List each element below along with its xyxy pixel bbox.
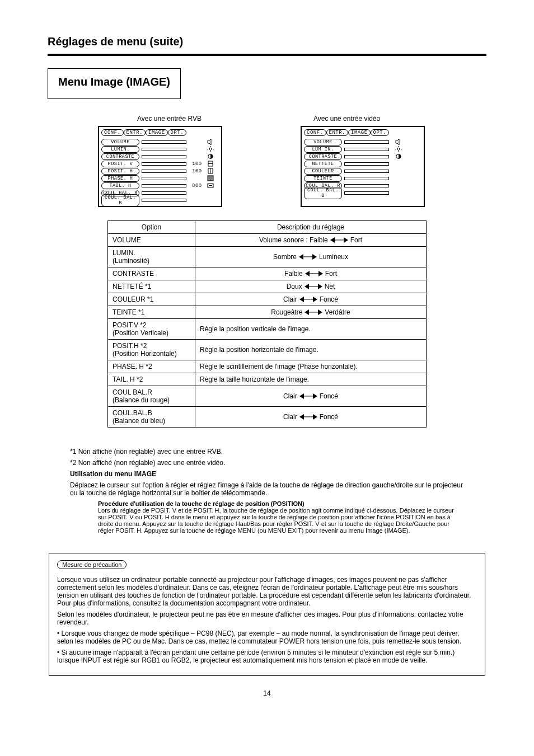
double-arrow-icon [305, 271, 323, 276]
table-cell-desc: Volume sonore : FaibleFort [195, 234, 427, 247]
contrast-icon [395, 153, 402, 159]
table-cell-option: COUL BAL.R(Balance du rouge) [108, 386, 195, 407]
settings-table: Option Description du réglage VOLUMEVolu… [107, 220, 427, 428]
osd-row-label: LUMIN. [101, 146, 139, 153]
caution-bullet-1: • Lorsque vous changez de mode spécifiqu… [57, 630, 477, 645]
table-cell-desc: ClairFoncé [195, 407, 427, 428]
table-row: LUMIN.(Luminosité)SombreLumineux [108, 247, 427, 267]
caption-right: Avec une entrée vidéo [313, 115, 380, 123]
osd-row: LUM IN. [304, 145, 421, 153]
osd-tab: CONF. [304, 129, 326, 136]
menu-label: Menu Image (IMAGE) [48, 68, 181, 99]
osd-row: POSIT. H100 [101, 167, 219, 175]
svg-point-0 [209, 148, 212, 151]
table-row: TAIL. H *2Règle la taille horizontale de… [108, 373, 427, 386]
osd-tab: IMAGE [146, 129, 168, 136]
sun-icon [207, 146, 214, 152]
menu-note-lead: Déplacez le curseur sur l'option à régle… [70, 481, 464, 497]
table-cell-desc: SombreLumineux [195, 247, 427, 267]
double-arrow-icon [299, 254, 317, 260]
caution-box: Mesure de précaution Lorsque vous utilis… [49, 553, 485, 676]
table-cell-desc: ClairFoncé [195, 293, 427, 306]
table-cell-option: TAIL. H *2 [108, 373, 195, 386]
osd-row: VOLUME [101, 138, 219, 145]
caution-pill: Mesure de précaution [57, 560, 127, 569]
double-arrow-icon [299, 297, 317, 302]
table-row: COUL.BAL.B(Balance du bleu)ClairFoncé [108, 407, 427, 428]
double-arrow-icon [330, 237, 348, 243]
table-cell-desc: FaibleFort [195, 267, 427, 280]
osd-row: TAIL. H800 [101, 182, 219, 189]
osd-row-label: VOLUME [304, 139, 342, 145]
osd-row-label: LUM IN. [304, 146, 342, 153]
page-number: 14 [48, 689, 486, 697]
table-cell-option: NETTETÉ *1 [108, 280, 195, 293]
osd-row: COUL. BAL. B [304, 189, 421, 196]
table-cell-option: POSIT.H *2(Position Horizontale) [108, 340, 195, 360]
table-cell-desc: Règle la position verticale de l'image. [195, 319, 427, 340]
speaker-icon [207, 139, 214, 145]
table-cell-option: LUMIN.(Luminosité) [108, 247, 195, 267]
osd-row: PHASE. H [101, 175, 219, 182]
osd-row-value: 100 [192, 168, 207, 174]
table-row: COULEUR *1ClairFoncé [108, 293, 427, 306]
table-row: PHASE. H *2Règle le scintillement de l'i… [108, 360, 427, 373]
osd-screenshot-video: CONF. ENTR. IMAGE OPT. VOLUMELUM IN.CONT… [301, 126, 425, 207]
osd-row-label: TEINTE [304, 175, 342, 182]
table-cell-desc: Règle la position horizontale de l'image… [195, 340, 427, 360]
table-row: POSIT.V *2(Position Verticale)Règle la p… [108, 319, 427, 340]
footnote-1: *1 Non affiché (non réglable) avec une e… [70, 448, 464, 456]
table-row: CONTRASTEFaibleFort [108, 267, 427, 280]
osd-row: CONTRASTE [304, 153, 421, 160]
osd-row-label: POSIT. H [101, 168, 139, 175]
osd-row-label: CONTRASTE [304, 153, 342, 160]
table-cell-option: CONTRASTE [108, 267, 195, 280]
table-cell-option: POSIT.V *2(Position Verticale) [108, 319, 195, 340]
caution-p2-lead: Selon les modèles d'ordinateur, le proje… [57, 611, 477, 626]
osd-row-label: PHASE. H [101, 175, 139, 182]
osd-row-label: TAIL. H [101, 182, 139, 189]
double-arrow-icon [305, 309, 322, 315]
osd-tab: ENTR. [124, 129, 146, 136]
osd-row: CONTRASTE [101, 153, 219, 160]
osd-tab: OPT. [168, 129, 187, 136]
osd-row: COUL. BAL. B [101, 196, 219, 204]
table-cell-option: COULEUR *1 [108, 293, 195, 306]
table-cell-desc: Règle la taille horizontale de l'image. [195, 373, 427, 386]
osd-row-label: COUL. BAL. B [101, 194, 139, 206]
double-arrow-icon [305, 284, 322, 289]
osd-row-label: COULEUR [304, 168, 342, 175]
double-arrow-icon [299, 414, 317, 420]
osd-row: NETTETE [304, 160, 421, 167]
table-cell-option: VOLUME [108, 234, 195, 247]
osd-tab: IMAGE [348, 129, 371, 136]
table-head-option: Option [108, 221, 195, 234]
menu-note-sub: Procédure d'utilisation de la touche de … [98, 500, 305, 507]
footnote-2: *2 Non affiché (non réglable) avec une e… [70, 459, 464, 467]
caution-p1: Lorsque vous utilisez un ordinateur port… [57, 576, 477, 607]
table-row: VOLUMEVolume sonore : FaibleFort [108, 234, 427, 247]
double-arrow-icon [299, 393, 317, 399]
osd-screenshot-rgb: CONF. ENTR. IMAGE OPT. VOLUMELUMIN.CONTR… [98, 126, 222, 207]
caption-left: Avec une entrée RVB [137, 115, 202, 123]
osd-row-label: COUL. BAL. B [304, 187, 342, 199]
osd-row-value: 800 [192, 183, 207, 189]
osd-row-label: VOLUME [101, 139, 139, 145]
table-cell-option: COUL.BAL.B(Balance du bleu) [108, 407, 195, 428]
table-row: NETTETÉ *1DouxNet [108, 280, 427, 293]
osd-row: COULEUR [304, 167, 421, 175]
osd-row-label: POSIT. V [101, 161, 139, 167]
table-cell-desc: Règle le scintillement de l'image (Phase… [195, 360, 427, 373]
sun-icon [395, 146, 402, 152]
osd-row: LUMIN. [101, 145, 219, 153]
page-header: Réglages de menu (suite) [48, 22, 486, 54]
menu-note-title: Utilisation du menu IMAGE [70, 470, 156, 478]
table-cell-option: TEINTE *1 [108, 306, 195, 319]
caution-bullet-2: • Si aucune image n'apparaît à l'écran p… [57, 649, 477, 664]
phase-icon [207, 175, 214, 181]
osd-row-label: CONTRASTE [101, 153, 139, 160]
osd-tab: CONF. [101, 129, 124, 136]
svg-point-17 [397, 148, 400, 151]
table-cell-desc: RougeâtreVerdâtre [195, 306, 427, 319]
size-icon [207, 182, 214, 189]
